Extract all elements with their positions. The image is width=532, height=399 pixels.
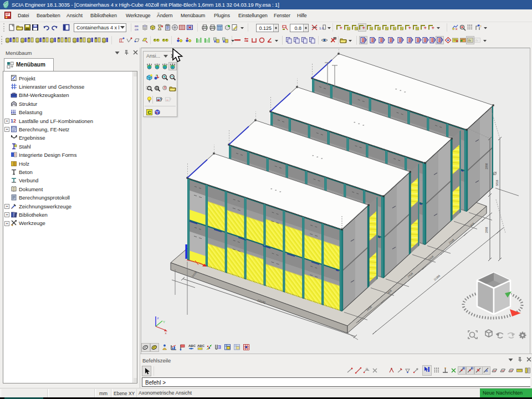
svg-text:Q: Q (366, 367, 368, 371)
svg-text:Y: Y (163, 320, 165, 324)
svg-text:R: R (164, 86, 167, 90)
svg-text:ABC: ABC (197, 344, 204, 347)
svg-text:5816: 5816 (495, 180, 499, 186)
svg-text:z: z (157, 316, 159, 320)
svg-text:x: x (165, 331, 167, 335)
svg-text:2898: 2898 (485, 163, 488, 169)
svg-text:ABC: ABC (188, 344, 196, 347)
svg-text:11386: 11386 (433, 274, 441, 281)
svg-text:2898: 2898 (485, 227, 488, 233)
svg-text:C: C (148, 110, 152, 115)
